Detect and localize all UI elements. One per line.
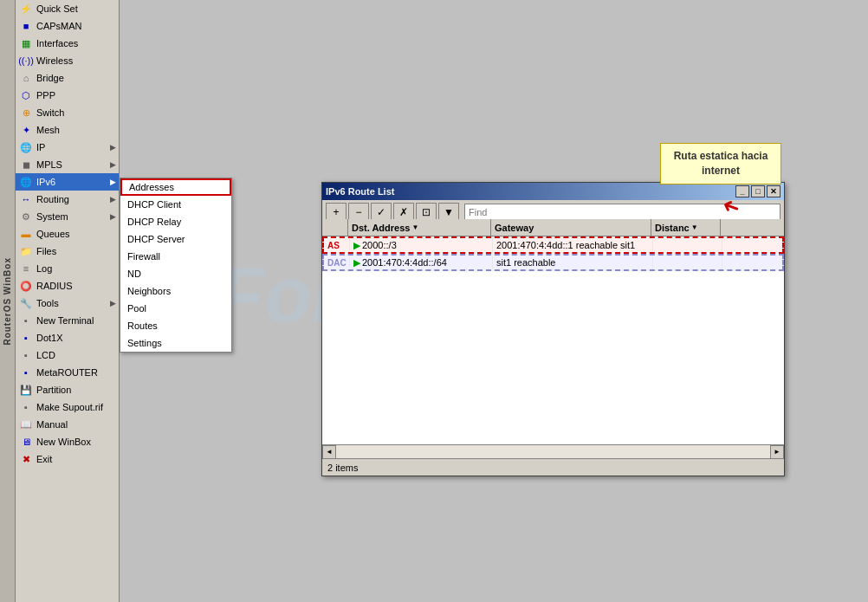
sidebar-item-mesh[interactable]: ✦Mesh (16, 121, 120, 139)
radius-icon: ⭕ (19, 279, 33, 293)
col-header-distance[interactable]: Distanc ▼ (651, 219, 721, 236)
cell-distance-1 (653, 238, 722, 252)
route-table: Dst. Address ▼ Gateway Distanc ▼ AS ▶ 20… (322, 219, 784, 444)
col-header-flags (322, 219, 348, 236)
ip-icon: 🌐 (19, 140, 33, 154)
sidebar-item-tools[interactable]: 🔧Tools ▶ (16, 295, 120, 312)
sidebar: RouterOS WinBox ⚡Quick Set ■CAPsMAN ▦Int… (0, 0, 120, 602)
capsman-icon: ■ (19, 19, 33, 33)
sidebar-item-bridge[interactable]: ⌂Bridge (16, 69, 120, 87)
cell-dst-2: ▶ 2001:470:4:4dd::/64 (350, 256, 493, 269)
sidebar-item-switch[interactable]: ⊕Switch (16, 104, 120, 121)
sidebar-item-new-terminal[interactable]: ▪New Terminal (16, 312, 120, 329)
submenu-item-routes[interactable]: Routes (120, 317, 231, 334)
mpls-arrow-icon: ▶ (110, 160, 116, 169)
submenu-item-pool[interactable]: Pool (120, 300, 231, 317)
switch-icon: ⊕ (19, 106, 33, 120)
sidebar-item-routing[interactable]: ↔Routing ▶ (16, 191, 120, 208)
sidebar-item-make-supout[interactable]: ▪Make Supout.rif (16, 398, 120, 416)
sidebar-item-log[interactable]: ≡Log (16, 260, 120, 277)
mesh-icon: ✦ (19, 123, 33, 137)
items-count: 2 items (327, 463, 358, 473)
queues-icon: ▬ (19, 227, 33, 241)
ppp-icon: ⬡ (19, 88, 33, 102)
submenu-item-firewall[interactable]: Firewall (120, 248, 231, 265)
sidebar-label: RouterOS WinBox (3, 257, 12, 346)
sidebar-item-ip[interactable]: 🌐IP ▶ (16, 139, 120, 156)
scroll-left-button[interactable]: ◄ (322, 445, 336, 459)
cell-dst-1: ▶ 2000::/3 (350, 238, 493, 252)
route-window: IPv6 Route List _ □ ✕ + − ✓ ✗ ⊡ ▼ Dst. A… (321, 182, 785, 476)
window-title: IPv6 Route List (326, 186, 394, 197)
window-title-text: IPv6 Route List (326, 186, 394, 197)
maximize-button[interactable]: □ (751, 185, 765, 197)
sidebar-item-manual[interactable]: 📖Manual (16, 416, 120, 433)
cell-flags-2: DAC (324, 256, 350, 269)
window-buttons: _ □ ✕ (735, 185, 781, 197)
sidebar-item-ipv6[interactable]: 🌐IPv6 ▶ (16, 173, 120, 191)
cell-flags-1: AS (324, 238, 350, 252)
sidebar-item-metarouter[interactable]: ▪MetaROUTER (16, 364, 120, 381)
cell-gateway-2: sit1 reachable (493, 256, 653, 269)
sidebar-item-interfaces[interactable]: ▦Interfaces (16, 35, 120, 52)
annotation-text: Ruta estatica hacia internet (674, 150, 768, 177)
sidebar-item-partition[interactable]: 💾Partition (16, 381, 120, 398)
sidebar-item-queues[interactable]: ▬Queues (16, 225, 120, 243)
winbox-icon: 🖥 (19, 435, 33, 449)
manual-icon: 📖 (19, 418, 33, 431)
sidebar-item-dot1x[interactable]: ▪Dot1X (16, 329, 120, 346)
ipv6-arrow-icon: ▶ (110, 178, 116, 186)
sidebar-item-wireless[interactable]: ((·))Wireless (16, 52, 120, 69)
bridge-icon: ⌂ (19, 71, 33, 85)
sidebar-item-lcd[interactable]: ▪LCD (16, 346, 120, 364)
ip-arrow-icon: ▶ (110, 143, 116, 152)
sidebar-item-mpls[interactable]: ◼MPLS ▶ (16, 156, 120, 173)
ipv6-submenu: Addresses DHCP Client DHCP Relay DHCP Se… (120, 178, 232, 353)
ipv6-icon: 🌐 (19, 175, 33, 189)
routing-icon: ↔ (19, 192, 33, 206)
quick-set-icon: ⚡ (19, 2, 33, 16)
submenu-item-neighbors[interactable]: Neighbors (120, 282, 231, 300)
files-icon: 📁 (19, 244, 33, 258)
scrollbar-horizontal: ◄ ► (322, 444, 784, 458)
scroll-track[interactable] (336, 445, 770, 458)
sidebar-item-exit[interactable]: ✖Exit (16, 450, 120, 468)
sidebar-item-radius[interactable]: ⭕RADIUS (16, 277, 120, 295)
close-button[interactable]: ✕ (767, 185, 781, 197)
table-row[interactable]: AS ▶ 2000::/3 2001:470:4:4dd::1 reachabl… (322, 236, 784, 254)
cell-distance-2 (653, 256, 722, 269)
terminal-icon: ▪ (19, 314, 33, 327)
distance-sort-icon: ▼ (691, 223, 698, 231)
interfaces-icon: ▦ (19, 36, 33, 50)
submenu-item-dhcp-server[interactable]: DHCP Server (120, 230, 231, 248)
wireless-icon: ((·)) (19, 54, 33, 68)
window-statusbar: 2 items (322, 458, 784, 476)
lcd-icon: ▪ (19, 348, 33, 362)
submenu-item-nd[interactable]: ND (120, 265, 231, 282)
sidebar-item-new-winbox[interactable]: 🖥New WinBox (16, 433, 120, 450)
sidebar-label-container: RouterOS WinBox (0, 0, 16, 602)
submenu-item-addresses[interactable]: Addresses (120, 178, 231, 196)
sidebar-item-quick-set[interactable]: ⚡Quick Set (16, 0, 120, 17)
sidebar-item-files[interactable]: 📁Files (16, 243, 120, 260)
col-header-dst[interactable]: Dst. Address ▼ (348, 219, 491, 236)
window-titlebar: IPv6 Route List _ □ ✕ (322, 183, 784, 200)
submenu-item-dhcp-relay[interactable]: DHCP Relay (120, 213, 231, 230)
sidebar-item-system[interactable]: ⚙System ▶ (16, 208, 120, 225)
sidebar-item-capsman[interactable]: ■CAPsMAN (16, 17, 120, 35)
log-icon: ≡ (19, 262, 33, 275)
dot1x-icon: ▪ (19, 331, 33, 345)
submenu-item-settings[interactable]: Settings (120, 334, 231, 352)
submenu-item-dhcp-client[interactable]: DHCP Client (120, 196, 231, 213)
sidebar-item-ppp[interactable]: ⬡PPP (16, 87, 120, 104)
exit-icon: ✖ (19, 452, 33, 466)
metarouter-icon: ▪ (19, 366, 33, 379)
tools-arrow-icon: ▶ (110, 299, 116, 307)
annotation-box: Ruta estatica hacia internet (660, 143, 781, 184)
scroll-right-button[interactable]: ► (770, 445, 784, 459)
sidebar-items: ⚡Quick Set ■CAPsMAN ▦Interfaces ((·))Wir… (16, 0, 120, 602)
col-header-gateway[interactable]: Gateway (491, 219, 651, 236)
system-arrow-icon: ▶ (110, 212, 116, 221)
table-row[interactable]: DAC ▶ 2001:470:4:4dd::/64 sit1 reachable (322, 254, 784, 271)
routing-arrow-icon: ▶ (110, 195, 116, 204)
